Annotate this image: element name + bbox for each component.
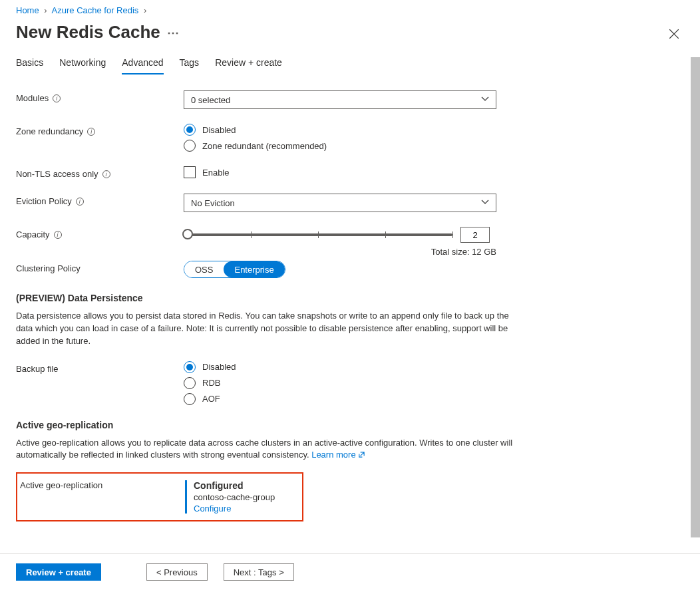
backup-disabled-option[interactable]: Disabled [184, 361, 496, 373]
external-link-icon [358, 451, 365, 458]
geo-status: Configured [194, 480, 302, 491]
radio-unselected-icon [184, 140, 196, 152]
zone-disabled-option[interactable]: Disabled [184, 124, 496, 136]
previous-button[interactable]: < Previous [146, 563, 208, 581]
close-button[interactable] [668, 28, 680, 42]
geo-replication-label: Active geo-replication [17, 480, 185, 514]
zone-redundant-option[interactable]: Zone redundant (recommended) [184, 140, 496, 152]
modules-label: Modules [16, 93, 49, 103]
backup-rdb-option[interactable]: RDB [184, 377, 496, 389]
info-icon[interactable]: i [54, 231, 62, 239]
close-icon [668, 28, 680, 40]
geo-group-name: contoso-cache-group [194, 492, 302, 502]
tab-review[interactable]: Review + create [215, 57, 282, 74]
info-icon[interactable]: i [87, 128, 95, 136]
capacity-input[interactable] [460, 227, 490, 243]
clustering-enterprise-option[interactable]: Enterprise [224, 261, 284, 277]
zone-redundancy-label: Zone redundancy [16, 126, 83, 136]
next-button[interactable]: Next : Tags > [224, 563, 294, 581]
non-tls-enable-label: Enable [202, 168, 229, 178]
clustering-policy-label: Clustering Policy [16, 263, 81, 273]
non-tls-enable-checkbox[interactable]: Enable [184, 166, 496, 178]
tab-advanced[interactable]: Advanced [122, 57, 163, 74]
geo-description: Active geo-replication allows you to rep… [16, 437, 522, 462]
geo-configure-link[interactable]: Configure [194, 504, 231, 514]
capacity-slider[interactable] [184, 233, 452, 236]
chevron-right-icon: › [144, 5, 146, 15]
breadcrumb-home[interactable]: Home [16, 5, 39, 15]
tab-networking[interactable]: Networking [59, 57, 106, 74]
info-icon[interactable]: i [102, 170, 110, 178]
chevron-right-icon: › [44, 5, 47, 15]
checkbox-unchecked-icon [184, 166, 196, 178]
persistence-description: Data persistence allows you to persist d… [16, 310, 522, 348]
backup-file-radiogroup: Disabled RDB AOF [184, 361, 496, 405]
tab-basics[interactable]: Basics [16, 57, 43, 74]
persistence-heading: (PREVIEW) Data Persistence [16, 293, 684, 303]
modules-select[interactable]: 0 selected [184, 90, 496, 109]
geo-replication-highlight: Active geo-replication Configured contos… [16, 472, 303, 521]
slider-handle-icon[interactable] [182, 229, 193, 239]
tab-tags[interactable]: Tags [180, 57, 200, 74]
breadcrumb: Home › Azure Cache for Redis › [16, 5, 684, 15]
total-size-text: Total size: 12 GB [184, 247, 496, 257]
page-title: New Redis Cache [16, 22, 160, 43]
geo-heading: Active geo-replication [16, 420, 684, 430]
backup-rdb-label: RDB [202, 378, 220, 388]
backup-aof-label: AOF [202, 394, 220, 404]
eviction-policy-label: Eviction Policy [16, 196, 72, 206]
info-icon[interactable]: i [76, 198, 84, 206]
zone-redundant-label: Zone redundant (recommended) [202, 141, 327, 151]
clustering-policy-toggle: OSS Enterprise [184, 261, 285, 278]
modules-select-value: 0 selected [191, 95, 230, 105]
radio-selected-icon [184, 124, 196, 136]
eviction-policy-select[interactable]: No Eviction [184, 194, 496, 212]
zone-redundancy-radiogroup: Disabled Zone redundant (recommended) [184, 124, 496, 152]
breadcrumb-parent[interactable]: Azure Cache for Redis [52, 5, 139, 15]
review-create-button[interactable]: Review + create [16, 563, 101, 581]
backup-aof-option[interactable]: AOF [184, 393, 496, 405]
chevron-down-icon [481, 95, 489, 105]
more-icon[interactable]: ⋯ [167, 25, 180, 40]
non-tls-label: Non-TLS access only [16, 169, 98, 179]
eviction-policy-value: No Eviction [191, 198, 235, 208]
backup-disabled-label: Disabled [202, 362, 236, 372]
clustering-oss-option[interactable]: OSS [184, 261, 224, 277]
backup-file-label: Backup file [16, 364, 59, 374]
vertical-scrollbar[interactable] [691, 57, 700, 537]
radio-unselected-icon [184, 393, 196, 405]
info-icon[interactable]: i [53, 94, 61, 102]
footer-bar: Review + create < Previous Next : Tags > [0, 553, 700, 590]
radio-unselected-icon [184, 377, 196, 389]
capacity-label: Capacity [16, 229, 50, 239]
geo-learn-more-link[interactable]: Learn more [311, 450, 365, 460]
chevron-down-icon [481, 198, 489, 208]
tabs: Basics Networking Advanced Tags Review +… [16, 57, 684, 74]
zone-disabled-label: Disabled [202, 125, 236, 135]
radio-selected-icon [184, 361, 196, 373]
scrollbar-thumb[interactable] [691, 57, 700, 537]
